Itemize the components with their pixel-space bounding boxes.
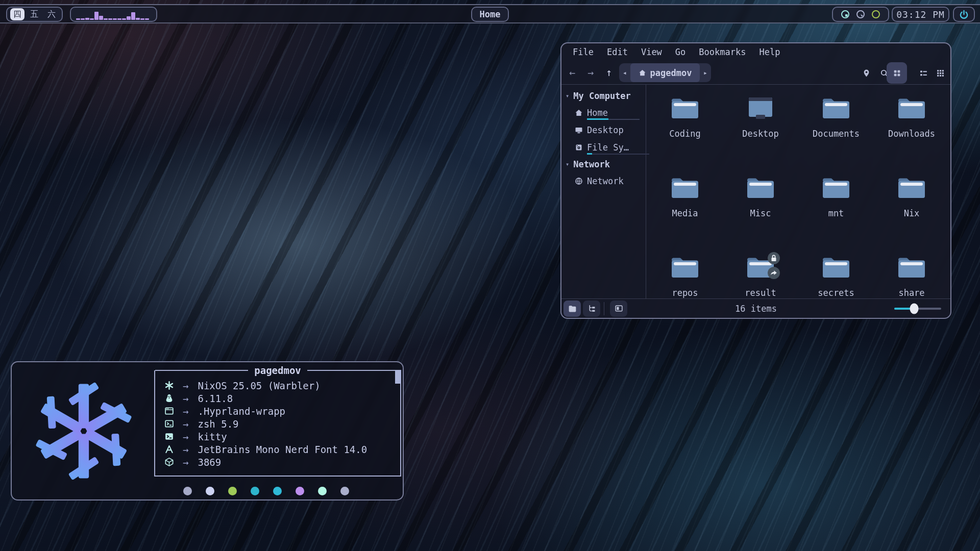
menu-item-file[interactable]: File (573, 47, 594, 57)
sidebar-item-home[interactable]: Home (561, 104, 646, 121)
arrow-glyph: → (183, 406, 188, 417)
visualizer-bar (127, 16, 131, 20)
file-label: Nix (904, 208, 920, 218)
folder-icon (670, 96, 700, 120)
symlink-emblem-icon (767, 266, 780, 280)
visualizer-bar (90, 18, 94, 20)
icon-view-button[interactable] (887, 62, 907, 84)
active-window-title: Home (471, 7, 509, 22)
file-item-coding[interactable]: Coding (647, 96, 723, 176)
file-icon (670, 96, 700, 120)
workspace-button[interactable]: 五 (28, 8, 42, 20)
zoom-slider-handle[interactable] (910, 304, 918, 314)
compact-view-button[interactable] (933, 65, 948, 81)
menu-item-help[interactable]: Help (759, 47, 780, 57)
home-icon (575, 109, 583, 117)
shell-icon (164, 419, 175, 429)
menu-item-bookmarks[interactable]: Bookmarks (699, 47, 746, 57)
palette-dot (340, 487, 349, 495)
status-bar: 16 items (561, 298, 950, 318)
ring-indicator-icon[interactable] (871, 10, 880, 19)
sidebar-section-my-computer[interactable]: ▾My Computer (561, 88, 646, 104)
file-item-misc[interactable]: Misc (723, 176, 798, 255)
sidebar-item-label: Desktop (587, 125, 624, 135)
fastfetch-row: → zsh 5.9 (164, 417, 400, 430)
file-icon (670, 176, 700, 200)
forward-button[interactable]: → (582, 64, 599, 81)
menu-item-edit[interactable]: Edit (607, 47, 628, 57)
file-label: Desktop (742, 129, 779, 139)
ring-square-indicator-icon[interactable] (841, 10, 850, 19)
visualizer-bar (113, 18, 117, 20)
file-manager-toolbar: ← → ↑ ◂ pagedmov ▸ (561, 61, 950, 85)
visualizer-bar (94, 12, 99, 20)
arrow-glyph: → (183, 431, 188, 442)
file-item-media[interactable]: Media (647, 176, 723, 255)
workspace-switcher: 四五六 (6, 7, 63, 22)
arrow-glyph: → (183, 444, 188, 455)
tux-icon (164, 393, 174, 403)
font-icon (164, 444, 175, 455)
fastfetch-value: .Hyprland-wrapp (198, 406, 285, 417)
menu-item-view[interactable]: View (641, 47, 662, 57)
palette-dot (273, 487, 282, 495)
file-manager-menubar: FileEditViewGoBookmarksHelp (561, 43, 950, 61)
terminal-icon (164, 432, 175, 442)
power-button[interactable] (953, 7, 975, 22)
list-view-button[interactable] (916, 65, 931, 81)
zoom-slider[interactable] (894, 308, 941, 310)
fastfetch-value: 3869 (198, 457, 221, 468)
current-path-tab[interactable]: pagedmov (630, 63, 700, 82)
desktop-icon (575, 126, 583, 134)
file-icon (670, 255, 700, 280)
list-view-icon (919, 69, 928, 78)
path-label: pagedmov (650, 68, 692, 78)
fastfetch-value: 6.11.8 (198, 393, 233, 404)
workspace-button[interactable]: 六 (44, 8, 59, 20)
tab-scroll-left-button[interactable]: ◂ (619, 69, 630, 77)
nixos-logo (27, 374, 140, 488)
audio-visualizer-bars (76, 9, 151, 20)
workspace-button[interactable]: 四 (10, 8, 24, 20)
sidebar-item-label: Network (587, 176, 624, 186)
power-icon (959, 10, 969, 19)
fastfetch-value: NixOS 25.05 (Warbler) (198, 380, 320, 391)
file-item-downloads[interactable]: Downloads (874, 96, 949, 176)
terminal-window[interactable]: pagedmov → NixOS 25.05 (Warbler) → 6.11.… (11, 361, 404, 500)
ring-wedge-indicator-icon[interactable] (856, 10, 865, 19)
tab-scroll-right-button[interactable]: ▸ (700, 69, 711, 77)
file-item-documents[interactable]: Documents (798, 96, 874, 176)
hostname-title: pagedmov (248, 365, 307, 376)
fastfetch-title-row: pagedmov (155, 365, 400, 376)
terminal-icon (164, 432, 174, 441)
location-button[interactable] (859, 65, 874, 81)
file-icon (821, 255, 851, 280)
file-icon (896, 176, 927, 200)
file-icon (745, 176, 776, 200)
fastfetch-row: → 3869 (164, 456, 400, 468)
top-bar: 四五六 Home 03:12 PM (0, 4, 980, 23)
visualizer-bar (117, 18, 121, 20)
box-line (155, 370, 248, 371)
sidebar-item-network[interactable]: Network (561, 172, 646, 190)
places-sidebar: ▾My ComputerHomeDesktopFile Sy…▾NetworkN… (561, 85, 646, 298)
compact-view-icon (936, 69, 945, 78)
sidebar-item-filesy[interactable]: File Sy… (561, 139, 646, 156)
file-icon (896, 255, 927, 280)
file-item-nix[interactable]: Nix (874, 176, 949, 255)
sidebar-item-desktop[interactable]: Desktop (561, 121, 646, 139)
menu-item-go[interactable]: Go (675, 47, 685, 57)
collapse-caret-icon: ▾ (566, 161, 569, 168)
fastfetch-value: kitty (198, 431, 227, 442)
palette-dot (318, 487, 327, 495)
folder-view: Coding Desktop Documents Downloads Media… (646, 85, 950, 298)
sidebar-section-label: My Computer (573, 91, 631, 101)
file-item-desktop[interactable]: Desktop (723, 96, 798, 176)
file-item-mnt[interactable]: mnt (798, 176, 874, 255)
back-button[interactable]: ← (564, 64, 581, 81)
sidebar-section-network[interactable]: ▾Network (561, 156, 646, 172)
file-label: mnt (828, 208, 844, 218)
location-pin-icon (862, 69, 871, 78)
file-label: result (745, 288, 776, 298)
up-button[interactable]: ↑ (600, 64, 618, 81)
